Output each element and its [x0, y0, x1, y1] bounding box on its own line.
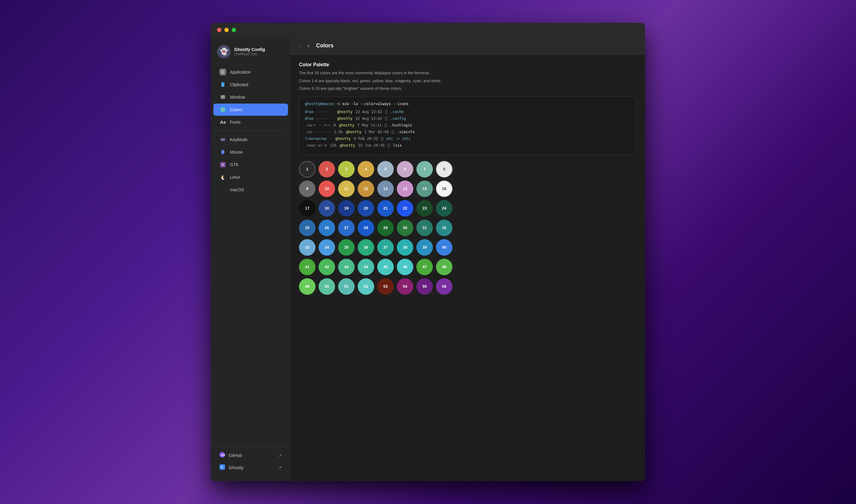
- application-icon: ⚙: [220, 69, 226, 75]
- color-swatch-13[interactable]: 13: [377, 181, 394, 197]
- color-swatch-42[interactable]: 42: [318, 259, 335, 275]
- color-swatch-21[interactable]: 21: [377, 200, 394, 217]
- color-swatch-52[interactable]: 52: [358, 278, 374, 295]
- color-swatch-19[interactable]: 19: [338, 200, 355, 217]
- svg-rect-6: [221, 139, 222, 139]
- ghostty-external-icon: ↗: [278, 465, 282, 470]
- svg-rect-0: [221, 83, 224, 87]
- svg-text:GH: GH: [221, 454, 225, 457]
- color-swatch-49[interactable]: 49: [299, 278, 315, 295]
- nav-back-button[interactable]: ‹: [298, 42, 303, 50]
- sidebar-label-colors: Colors: [230, 107, 242, 112]
- ghostty-label: Ghostty: [229, 465, 243, 470]
- svg-rect-9: [222, 140, 224, 141]
- color-swatch-34[interactable]: 34: [318, 239, 335, 256]
- color-swatch-28[interactable]: 28: [358, 220, 374, 236]
- sidebar: 👻 Ghostty Config Unofficial Tool ⚙ Appli…: [211, 37, 291, 481]
- color-swatch-40[interactable]: 40: [436, 239, 452, 256]
- sidebar-item-gtk[interactable]: G GTK: [213, 159, 288, 171]
- color-swatch-29[interactable]: 29: [377, 220, 394, 236]
- color-swatch-22[interactable]: 22: [397, 200, 413, 217]
- color-swatch-30[interactable]: 30: [397, 220, 413, 236]
- color-swatch-56[interactable]: 56: [436, 278, 452, 295]
- sidebar-item-clipboard[interactable]: Clipboard: [213, 78, 288, 91]
- mouse-icon: [220, 149, 226, 156]
- color-row-2: 910111213141516: [299, 181, 636, 197]
- color-swatch-35[interactable]: 35: [338, 239, 355, 256]
- color-swatch-20[interactable]: 20: [358, 200, 374, 217]
- color-swatch-43[interactable]: 43: [338, 259, 355, 275]
- color-swatch-7[interactable]: 7: [416, 161, 433, 178]
- color-swatch-51[interactable]: 51: [338, 278, 355, 295]
- traffic-lights: [217, 28, 236, 32]
- color-swatch-17[interactable]: 17: [299, 200, 315, 217]
- sidebar-item-linux[interactable]: 🐧 Linux: [213, 171, 288, 183]
- color-swatch-8[interactable]: 8: [436, 161, 452, 178]
- minimize-button[interactable]: [224, 28, 229, 32]
- color-swatch-41[interactable]: 41: [299, 259, 315, 275]
- keybinds-icon: [220, 136, 226, 143]
- color-swatch-6[interactable]: 6: [397, 161, 413, 178]
- color-swatch-48[interactable]: 48: [436, 259, 452, 275]
- detail-header: ‹ › Colors: [291, 37, 645, 55]
- color-swatch-50[interactable]: 50: [318, 278, 335, 295]
- color-swatch-23[interactable]: 23: [416, 200, 433, 217]
- color-swatch-46[interactable]: 46: [397, 259, 413, 275]
- color-swatch-45[interactable]: 45: [377, 259, 394, 275]
- profile-section: 👻 Ghostty Config Unofficial Tool: [211, 42, 291, 65]
- color-swatch-3[interactable]: 3: [338, 161, 355, 178]
- color-swatch-5[interactable]: 5: [377, 161, 394, 178]
- sidebar-item-application[interactable]: ⚙ Application: [213, 66, 288, 78]
- color-swatch-53[interactable]: 53: [377, 278, 394, 295]
- color-swatch-55[interactable]: 55: [416, 278, 433, 295]
- sidebar-footer-ghostty[interactable]: G Ghostty ↗: [213, 462, 288, 473]
- sidebar-item-macos[interactable]: macOS: [213, 184, 288, 196]
- color-swatch-11[interactable]: 11: [338, 181, 355, 197]
- color-swatch-36[interactable]: 36: [358, 239, 374, 256]
- color-row-3: 1718192021222324: [299, 200, 636, 217]
- color-swatch-38[interactable]: 38: [397, 239, 413, 256]
- color-swatch-18[interactable]: 18: [318, 200, 335, 217]
- sidebar-label-application: Application: [230, 70, 251, 74]
- macos-icon: [220, 186, 226, 193]
- color-swatch-9[interactable]: 9: [299, 181, 315, 197]
- sidebar-item-keybinds[interactable]: Keybinds: [213, 133, 288, 146]
- color-swatch-47[interactable]: 47: [416, 259, 433, 275]
- sidebar-footer-github[interactable]: GH GitHub ↗: [213, 449, 288, 461]
- app-window: 👻 Ghostty Config Unofficial Tool ⚙ Appli…: [211, 23, 645, 481]
- color-swatch-10[interactable]: 10: [318, 181, 335, 197]
- detail-title: Colors: [316, 42, 334, 49]
- sidebar-item-colors[interactable]: Colors: [213, 104, 288, 116]
- sidebar-item-fonts[interactable]: Aa Fonts: [213, 116, 288, 128]
- term-line-6: .rwxr-xr-x 12k ghostty 15 Jun 10:45 󰉋 ls…: [305, 143, 631, 148]
- sidebar-item-mouse[interactable]: Mouse: [213, 146, 288, 158]
- color-swatch-24[interactable]: 24: [436, 200, 452, 217]
- close-button[interactable]: [217, 28, 221, 32]
- color-swatch-1[interactable]: 1: [299, 161, 315, 178]
- color-swatch-32[interactable]: 32: [436, 220, 452, 236]
- term-line-3: .rw-r——r—— 0 ghostty 7 May 11:11 󰉋 .hush…: [305, 123, 631, 128]
- color-swatch-25[interactable]: 25: [299, 220, 315, 236]
- avatar: 👻: [217, 45, 230, 58]
- color-swatch-4[interactable]: 4: [358, 161, 374, 178]
- titlebar: [211, 23, 645, 37]
- sidebar-label-keybinds: Keybinds: [230, 137, 248, 142]
- color-swatch-33[interactable]: 33: [299, 239, 315, 256]
- section-desc-3: Colors 9-16 are typically "brighter" var…: [299, 86, 636, 92]
- color-swatch-2[interactable]: 2: [318, 161, 335, 178]
- color-swatch-26[interactable]: 26: [318, 220, 335, 236]
- color-swatch-54[interactable]: 54: [397, 278, 413, 295]
- maximize-button[interactable]: [232, 28, 236, 32]
- color-swatch-14[interactable]: 14: [397, 181, 413, 197]
- term-line-5: lrwxrwxrwx - ghostty 9 Feb 20:32 󰉋 etc -…: [305, 136, 631, 142]
- sidebar-item-window[interactable]: Window: [213, 91, 288, 103]
- color-swatch-15[interactable]: 15: [416, 181, 433, 197]
- nav-forward-button[interactable]: ›: [306, 42, 311, 50]
- color-swatch-44[interactable]: 44: [358, 259, 374, 275]
- color-swatch-12[interactable]: 12: [358, 181, 374, 197]
- color-swatch-37[interactable]: 37: [377, 239, 394, 256]
- color-swatch-16[interactable]: 16: [436, 181, 452, 197]
- color-swatch-27[interactable]: 27: [338, 220, 355, 236]
- color-swatch-39[interactable]: 39: [416, 239, 433, 256]
- color-swatch-31[interactable]: 31: [416, 220, 433, 236]
